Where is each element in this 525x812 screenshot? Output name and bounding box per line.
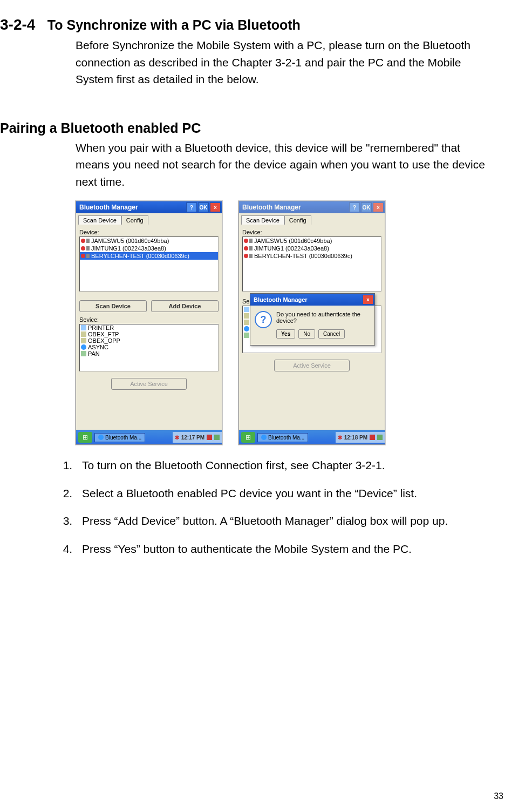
taskbar-app[interactable]: Bluetooth Ma... — [94, 433, 145, 442]
step-item: Select a Bluetooth enabled PC device you… — [76, 484, 493, 503]
close-button[interactable]: × — [373, 202, 384, 212]
start-button[interactable]: ⊞ — [241, 432, 255, 443]
list-item[interactable]: JAMESWU5 (001d60c49bba) — [243, 237, 381, 245]
device-list[interactable]: JAMESWU5 (001d60c49bba) JIMTUNG1 (002243… — [242, 236, 381, 292]
list-item: ASYNC — [80, 344, 218, 350]
service-list[interactable]: PRINTER OBEX_FTP OBEX_OPP ASYNC PAN — [79, 324, 219, 371]
tray-icon — [377, 435, 383, 440]
active-service-button[interactable]: Active Service — [274, 360, 350, 371]
device-label: Device: — [242, 229, 381, 235]
dialog-close-button[interactable]: × — [363, 295, 373, 304]
yes-button[interactable]: Yes — [276, 329, 295, 339]
tab-strip: Scan Device Config — [78, 215, 220, 225]
active-service-button[interactable]: Active Service — [111, 378, 187, 390]
close-button[interactable]: × — [210, 202, 221, 212]
add-device-button[interactable]: Add Device — [151, 300, 219, 312]
ok-button[interactable]: OK — [361, 202, 372, 212]
dialog-message: Do you need to authenticate the device? — [276, 311, 370, 324]
tray-icon — [214, 435, 220, 440]
tray-time: 12:17 PM — [181, 435, 204, 441]
pairing-heading: Pairing a Bluetooth enabled PC — [0, 120, 493, 136]
taskbar: ⊞ Bluetooth Ma... ✱ 12:17 PM — [76, 430, 222, 444]
screenshot-2: Bluetooth Manager ? OK × Scan Device Con… — [238, 201, 385, 445]
list-item: PAN — [80, 350, 218, 357]
tray-time: 12:18 PM — [344, 435, 367, 441]
system-tray[interactable]: ✱ 12:17 PM — [173, 432, 222, 443]
device-list[interactable]: JAMESWU5 (001d60c49bba) JIMTUNG1 (002243… — [79, 236, 219, 292]
tab-scan-device[interactable]: Scan Device — [241, 215, 284, 225]
help-button[interactable]: ? — [186, 202, 197, 212]
step-item: Press “Add Device” button. A “Bluetooth … — [76, 512, 493, 530]
intro-paragraph: Before Synchronize the Mobile System wit… — [76, 37, 493, 88]
list-item[interactable]: BERYLCHEN-TEST (00030d00639c) — [243, 252, 381, 260]
step-item: Press “Yes” button to authenticate the M… — [76, 540, 493, 558]
no-button[interactable]: No — [298, 329, 315, 339]
dialog-titlebar: Bluetooth Manager × — [250, 294, 374, 306]
titlebar: Bluetooth Manager ? OK × — [76, 201, 222, 213]
tab-strip: Scan Device Config — [241, 215, 383, 225]
taskbar: ⊞ Bluetooth Ma... ✱ 12:18 PM — [239, 430, 385, 444]
start-button[interactable]: ⊞ — [78, 432, 92, 443]
steps-list: To turn on the Bluetooth Connection firs… — [54, 456, 493, 558]
device-label: Device: — [79, 229, 219, 235]
list-item: OBEX_OPP — [80, 337, 218, 344]
titlebar: Bluetooth Manager ? OK × — [239, 201, 385, 213]
system-tray[interactable]: ✱ 12:18 PM — [336, 432, 385, 443]
tray-icon: ✱ — [175, 435, 179, 441]
tray-icon: ✱ — [338, 435, 342, 441]
list-item[interactable]: JIMTUNG1 (002243a03ea8) — [243, 245, 381, 252]
tray-icon — [370, 435, 375, 440]
list-item[interactable]: JIMTUNG1 (002243a03ea8) — [80, 245, 218, 252]
list-item-selected[interactable]: BERYLCHEN-TEST (00030d00639c) — [80, 252, 218, 260]
window-title: Bluetooth Manager — [242, 204, 301, 211]
scan-device-button[interactable]: Scan Device — [79, 300, 147, 312]
screenshot-1: Bluetooth Manager ? OK × Scan Device Con… — [76, 201, 222, 445]
list-item: OBEX_FTP — [80, 331, 218, 337]
service-label: Sevice: — [79, 316, 219, 323]
dialog-title: Bluetooth Manager — [254, 296, 308, 303]
screenshot-row: Bluetooth Manager ? OK × Scan Device Con… — [76, 201, 493, 445]
list-item: PRINTER — [80, 324, 218, 331]
taskbar-app[interactable]: Bluetooth Ma... — [257, 433, 308, 442]
tab-config[interactable]: Config — [121, 215, 148, 225]
cancel-button[interactable]: Cancel — [318, 329, 345, 339]
tab-config[interactable]: Config — [284, 215, 311, 225]
help-button[interactable]: ? — [349, 202, 360, 212]
ok-button[interactable]: OK — [198, 202, 209, 212]
list-item[interactable]: JAMESWU5 (001d60c49bba) — [80, 237, 218, 245]
authenticate-dialog: Bluetooth Manager × ? Do you need to aut… — [250, 293, 375, 346]
pairing-intro: When you pair with a Bluetooth device, t… — [76, 139, 493, 191]
question-icon: ? — [255, 311, 272, 328]
section-number: 3-2-4 — [0, 16, 35, 33]
window-title: Bluetooth Manager — [79, 204, 138, 211]
step-item: To turn on the Bluetooth Connection firs… — [76, 456, 493, 475]
tab-scan-device[interactable]: Scan Device — [78, 215, 121, 225]
section-title: To Synchronize with a PC via Bluetooth — [47, 17, 301, 32]
section-header: 3-2-4 To Synchronize with a PC via Bluet… — [0, 16, 493, 33]
tray-icon — [207, 435, 212, 440]
